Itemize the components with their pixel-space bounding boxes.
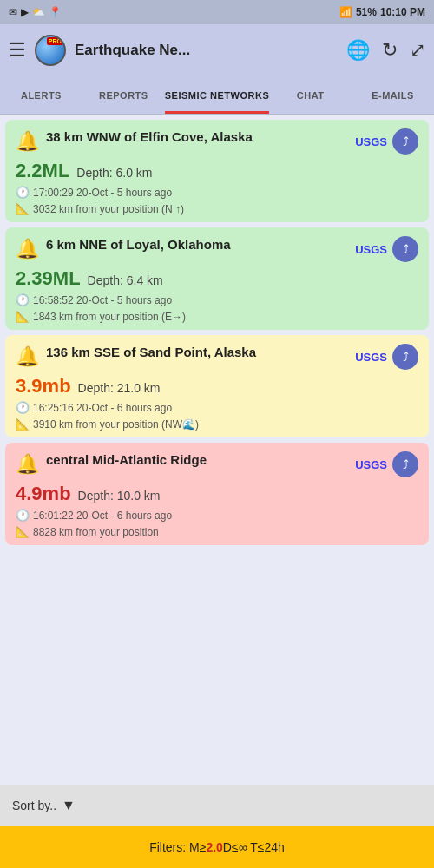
earthquake-card-0: 🔔 38 km WNW of Elfin Cove, Alaska USGS ⤴… (5, 120, 429, 222)
time-2: 🕐 16:25:16 20-Oct - 6 hours ago (16, 401, 418, 414)
share-button-2[interactable]: ⤴ (392, 344, 418, 370)
app-title: Earthquake Ne... (75, 42, 338, 59)
globe-button[interactable]: 🌐 (346, 39, 370, 62)
status-right: 📶 51% 10:10 PM (339, 6, 425, 18)
card-header-0: 🔔 38 km WNW of Elfin Cove, Alaska USGS ⤴ (16, 128, 418, 155)
depth-2: Depth: 21.0 km (78, 381, 161, 395)
status-left-icons: ✉ ▶ ⛅ 📍 (9, 6, 62, 18)
tab-reports[interactable]: REPORTS (82, 76, 165, 114)
app-bar: ☰ Earthquake Ne... 🌐 ↻ ⤢ (0, 24, 434, 76)
magnitude-2: 3.9 (16, 375, 43, 397)
card-header-2: 🔔 136 km SSE of Sand Point, Alaska USGS … (16, 344, 418, 370)
share-button-1[interactable]: ⤴ (392, 236, 418, 262)
source-badge-0[interactable]: USGS (355, 135, 387, 148)
clock-icon-1: 🕐 (16, 293, 30, 306)
compass-icon-0: 📐 (16, 202, 30, 215)
earthquake-card-3: 🔔 central Mid-Atlantic Ridge USGS ⤴ 4.9m… (5, 443, 429, 545)
quake-icon-0: 🔔 (16, 130, 39, 153)
tab-seismic-networks[interactable]: SEISMIC NETWORKS (165, 76, 269, 114)
quake-title-2: 136 km SSE of Sand Point, Alaska (46, 344, 256, 361)
quake-icon-3: 🔔 (16, 453, 39, 476)
clock-icon-0: 🕐 (16, 186, 30, 199)
quake-icon-1: 🔔 (16, 238, 39, 260)
filter-magnitude: 2.0 (206, 840, 222, 854)
card-body-2: 3.9mbDepth: 21.0 km 🕐 16:25:16 20-Oct - … (16, 375, 418, 431)
clock-icon-3: 🕐 (16, 509, 30, 522)
time-1: 🕐 16:58:52 20-Oct - 5 hours ago (16, 293, 418, 306)
filter-bar: Filters: M≥2.0 D≤∞ T≤24h (0, 826, 434, 868)
time-3: 🕐 16:01:22 20-Oct - 6 hours ago (16, 509, 418, 522)
magnitude-3: 4.9 (16, 483, 43, 504)
compass-icon-3: 📐 (16, 525, 30, 538)
quake-icon-2: 🔔 (16, 345, 39, 368)
card-header-1: 🔔 6 km NNE of Loyal, Oklahoma USGS ⤴ (16, 236, 418, 262)
tab-bar: ALERTS REPORTS SEISMIC NETWORKS CHAT E-M… (0, 76, 434, 115)
earthquake-list: 🔔 38 km WNW of Elfin Cove, Alaska USGS ⤴… (0, 115, 434, 785)
battery-text: 51% (356, 6, 377, 18)
time-text: 10:10 PM (380, 6, 425, 18)
quake-title-1: 6 km NNE of Loyal, Oklahoma (46, 236, 231, 253)
distance-1: 📐 1843 km from your position (E→) (16, 310, 418, 323)
card-body-0: 2.2MLDepth: 6.0 km 🕐 17:00:29 20-Oct - 5… (16, 160, 418, 215)
depth-0: Depth: 6.0 km (76, 166, 152, 180)
time-0: 🕐 17:00:29 20-Oct - 5 hours ago (16, 186, 418, 199)
depth-3: Depth: 10.0 km (78, 489, 161, 503)
magnitude-1: 2.39 (16, 267, 53, 289)
compass-icon-1: 📐 (16, 310, 30, 323)
mag-unit-3: mb (43, 483, 71, 504)
tab-chat[interactable]: CHAT (269, 76, 352, 114)
source-badge-3[interactable]: USGS (355, 458, 387, 471)
card-body-3: 4.9mbDepth: 10.0 km 🕐 16:01:22 20-Oct - … (16, 483, 418, 538)
source-badge-1[interactable]: USGS (355, 243, 387, 256)
share-button-0[interactable]: ⤴ (392, 128, 418, 155)
quake-title-3: central Mid-Atlantic Ridge (46, 451, 207, 469)
earthquake-card-1: 🔔 6 km NNE of Loyal, Oklahoma USGS ⤴ 2.3… (5, 227, 429, 330)
mag-unit-1: ML (53, 267, 81, 289)
tab-alerts[interactable]: ALERTS (0, 76, 82, 114)
sort-bar: Sort by.. ▼ (0, 785, 434, 826)
sort-dropdown-icon[interactable]: ▼ (62, 798, 76, 813)
filter-text-prefix: Filters: M≥ (149, 840, 206, 854)
expand-button[interactable]: ⤢ (410, 39, 425, 62)
distance-3: 📐 8828 km from your position (16, 525, 418, 538)
compass-icon-2: 📐 (16, 418, 30, 431)
card-body-1: 2.39MLDepth: 6.4 km 🕐 16:58:52 20-Oct - … (16, 267, 418, 323)
location-icon: 📍 (49, 6, 62, 18)
share-button-3[interactable]: ⤴ (392, 451, 418, 477)
refresh-button[interactable]: ↻ (382, 39, 398, 62)
tab-emails[interactable]: E-MAILS (352, 76, 434, 114)
status-bar: ✉ ▶ ⛅ 📍 📶 51% 10:10 PM (0, 0, 434, 24)
app-bar-icons: 🌐 ↻ ⤢ (346, 39, 425, 62)
distance-0: 📐 3032 km from your position (N ↑) (16, 202, 418, 215)
play-icon: ▶ (21, 6, 29, 18)
cloud-icon: ⛅ (32, 6, 45, 18)
filter-text-suffix: D≤∞ T≤24h (223, 840, 285, 854)
sort-label: Sort by.. (12, 799, 56, 812)
card-header-3: 🔔 central Mid-Atlantic Ridge USGS ⤴ (16, 451, 418, 477)
app-logo (35, 35, 66, 66)
magnitude-0: 2.2 (16, 160, 43, 181)
mail-icon: ✉ (9, 6, 17, 18)
source-badge-2[interactable]: USGS (355, 351, 387, 364)
distance-2: 📐 3910 km from your position (NW🌊) (16, 418, 418, 431)
menu-button[interactable]: ☰ (9, 39, 26, 62)
mag-unit-2: mb (43, 375, 71, 397)
wifi-icon: 📶 (339, 6, 352, 18)
mag-unit-0: ML (43, 160, 70, 181)
clock-icon-2: 🕐 (16, 401, 30, 414)
quake-title-0: 38 km WNW of Elfin Cove, Alaska (46, 128, 253, 146)
earthquake-card-2: 🔔 136 km SSE of Sand Point, Alaska USGS … (5, 335, 429, 437)
depth-1: Depth: 6.4 km (88, 273, 163, 287)
